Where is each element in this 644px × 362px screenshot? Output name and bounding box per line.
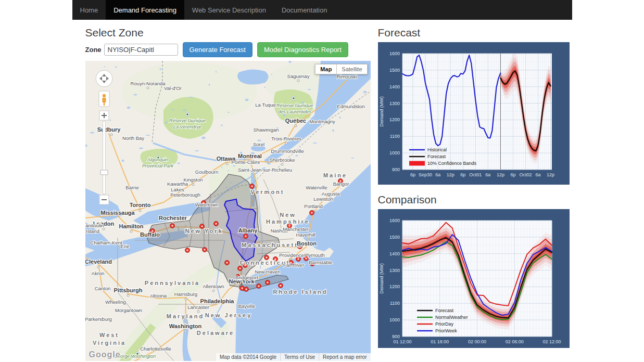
forecast-chart-canvas: 90010001100120013001400150016006pSep306a… (378, 42, 570, 185)
svg-text:02 00:00: 02 00:00 (468, 339, 486, 344)
svg-text:Forecast: Forecast (427, 154, 446, 159)
map-label: Cleveland (85, 258, 112, 265)
navbar: HomeDemand ForecastingWeb Service Descri… (72, 0, 572, 20)
pegman-control[interactable] (99, 91, 109, 107)
nav-item-home[interactable]: Home (72, 0, 106, 20)
svg-text:10% Confidence Bands: 10% Confidence Bands (427, 161, 477, 166)
svg-text:1200: 1200 (389, 284, 399, 289)
map-label: North Bay (122, 135, 144, 141)
map-label: Allentown (203, 283, 224, 289)
zoom-slider-handle[interactable] (100, 170, 108, 175)
svg-text:6a: 6a (485, 172, 490, 177)
map-label: Toronto (129, 202, 150, 208)
map-label: Provincial Park (142, 163, 173, 169)
station-marker-icon[interactable] (224, 261, 229, 265)
zone-input[interactable] (104, 44, 178, 56)
nav-item-documentation[interactable]: Documentation (274, 0, 335, 20)
zone-column: Select Zone Zone Generate Forecast Model… (85, 20, 371, 361)
station-marker-icon[interactable] (309, 211, 314, 215)
map-label: Chatham-Kent (90, 240, 122, 245)
charts-column: Forecast 9001000110012001300140015001600… (378, 20, 570, 361)
map-label: West (99, 332, 119, 338)
station-marker-icon[interactable] (278, 283, 283, 288)
map-label: Rhode Island (273, 289, 327, 295)
map-label: New (280, 212, 296, 218)
svg-text:1400: 1400 (389, 251, 399, 256)
map-label: Shawinigan (253, 127, 279, 133)
svg-text:1600: 1600 (389, 51, 399, 56)
map-label: Sudbury (97, 126, 120, 133)
map-canvas[interactable]: VermontNewHampshireMaineMassachusettsCon… (85, 61, 371, 361)
terms-of-use-link[interactable]: Terms of Use (280, 353, 319, 361)
map-container: VermontNewHampshireMaineMassachusettsCon… (85, 61, 371, 361)
comparison-chart-canvas: 900100011001200130014001500160001 12:000… (378, 209, 570, 348)
nav-item-demand-forecasting[interactable]: Demand Forecasting (106, 0, 184, 20)
station-marker-icon[interactable] (244, 287, 248, 292)
svg-text:02 12:00: 02 12:00 (542, 339, 561, 344)
map-label: Waterville (306, 185, 327, 190)
map-label: Barrie (125, 185, 138, 190)
pegman-icon (102, 94, 105, 97)
svg-text:12p: 12p (547, 172, 554, 177)
station-marker-icon[interactable] (256, 284, 261, 289)
svg-text:1600: 1600 (389, 218, 399, 223)
station-marker-icon[interactable] (265, 280, 270, 285)
map-label: Morgantown (115, 307, 142, 313)
map-label: Washington (169, 323, 201, 329)
map-label: Bridgeport (235, 275, 258, 280)
svg-text:1500: 1500 (389, 235, 399, 240)
map-label: Manchester (283, 226, 309, 232)
svg-text:01 12:00: 01 12:00 (393, 339, 411, 344)
map-attribution-bar: Map data ©2014 GoogleTerms of UseReport … (216, 353, 371, 361)
svg-text:1100: 1100 (389, 134, 399, 139)
svg-text:02 06:00: 02 06:00 (505, 339, 523, 344)
navbar-items: HomeDemand ForecastingWeb Service Descri… (72, 0, 335, 20)
map-label: Edmundston (337, 104, 364, 109)
station-marker-icon[interactable] (185, 248, 190, 253)
svg-text:Forecast: Forecast (435, 308, 454, 313)
map-label: Hampshire (266, 218, 310, 225)
svg-text:1500: 1500 (389, 68, 399, 73)
generate-forecast-button[interactable]: Generate Forecast (183, 42, 252, 57)
model-diagnostics-button[interactable]: Model Diagnostics Report (257, 42, 348, 57)
map-label: La Tuque (255, 102, 276, 108)
map-label: Erie (120, 243, 129, 249)
station-marker-icon[interactable] (237, 266, 242, 271)
zoom-slider-track[interactable] (103, 121, 105, 194)
station-marker-icon[interactable] (249, 184, 254, 189)
map-label: Parkersburg (85, 316, 112, 322)
station-marker-icon[interactable] (170, 224, 174, 228)
map-label: Réserve faunique (276, 103, 313, 108)
report-map-error-link[interactable]: Report a map error (319, 353, 370, 361)
station-marker-icon[interactable] (202, 248, 207, 252)
forecast-chart: 90010001100120013001400150016006pSep306a… (378, 42, 570, 185)
map-label: Manitoulin (85, 223, 104, 228)
station-marker-icon[interactable] (239, 286, 244, 291)
map-label: Saguenay (287, 73, 309, 79)
map-label: Plymouth (304, 252, 325, 258)
map-label: Lewiston (313, 196, 333, 202)
map-type-controls: Map Satellite (315, 64, 367, 74)
svg-text:Sep30: Sep30 (419, 172, 432, 177)
map-label: Boston (297, 240, 317, 247)
svg-text:1300: 1300 (389, 268, 399, 273)
station-marker-icon[interactable] (243, 234, 248, 239)
map-type-map-button[interactable]: Map (315, 64, 336, 74)
map-label: Rochester (159, 215, 187, 221)
google-logo: Google (89, 350, 121, 359)
map-type-satellite-button[interactable]: Satellite (336, 64, 367, 74)
map-label: Sherbrooke (269, 157, 295, 163)
map-label: Philadelphia (200, 298, 234, 304)
map-label: Haverhill (296, 232, 315, 238)
map-label: New Haven (255, 269, 280, 275)
map-label: Kawartha (167, 181, 188, 187)
map-pan-control[interactable] (96, 70, 112, 87)
nav-item-web-service-description[interactable]: Web Service Description (184, 0, 274, 20)
svg-text:6a: 6a (535, 172, 540, 177)
zone-label: Zone (85, 46, 102, 54)
map-label: Réserve faunique (169, 118, 206, 123)
select-zone-heading: Select Zone (85, 27, 371, 39)
svg-text:Historical: Historical (427, 147, 447, 152)
map-label: Bayville (238, 303, 255, 309)
station-marker-icon[interactable] (213, 222, 218, 226)
